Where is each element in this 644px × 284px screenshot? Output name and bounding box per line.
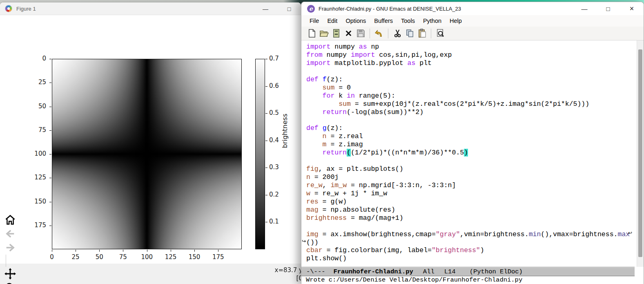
code-line[interactable]: res = g(w) bbox=[306, 198, 630, 206]
code-line[interactable] bbox=[306, 116, 630, 124]
y-tick-label: 75 bbox=[24, 126, 46, 134]
menu-item-edit[interactable]: Edit bbox=[323, 16, 341, 25]
menu-item-python[interactable]: Python bbox=[419, 16, 446, 25]
y-tick-mark bbox=[49, 107, 51, 107]
heatmap-canvas[interactable] bbox=[52, 59, 241, 249]
code-line[interactable]: return((1/2*pi)*((n*n*m*m)/36)**0.5) bbox=[306, 149, 630, 157]
colorbar-tick-label: 0.6 bbox=[269, 82, 279, 89]
copy-icon[interactable] bbox=[403, 28, 416, 39]
toolbar-separator bbox=[370, 29, 370, 38]
code-line[interactable]: plt.show() bbox=[306, 255, 630, 263]
figure-canvas-area: brightness 02550751001251501750255075100… bbox=[0, 16, 301, 264]
emacs-minimize-button[interactable]: — bbox=[573, 2, 596, 15]
colorbar bbox=[255, 59, 265, 249]
x-tick-mark bbox=[123, 250, 123, 252]
emacs-toolbar bbox=[301, 27, 644, 40]
x-tick-mark bbox=[99, 250, 100, 252]
code-line[interactable]: for k in range(5): bbox=[306, 92, 630, 100]
code-line[interactable]: import numpy as np bbox=[306, 43, 630, 51]
code-line[interactable] bbox=[306, 67, 630, 76]
code-line[interactable]: sum = 0 bbox=[306, 84, 630, 92]
code-line[interactable]: re_w, im_w = np.mgrid[-3:3:n, -3:3:n] bbox=[306, 181, 630, 190]
emacs-close-button[interactable]: × bbox=[620, 2, 644, 15]
code-line[interactable]: cbar = fig.colorbar(img, label="brightne… bbox=[306, 246, 630, 255]
x-tick-label: 125 bbox=[165, 253, 176, 261]
code-line[interactable]: import matplotlib.pyplot as plt bbox=[306, 59, 630, 67]
y-tick-mark bbox=[49, 226, 51, 226]
emacs-buffer-area[interactable]: import numpy as npfrom numpy import cos,… bbox=[301, 40, 635, 267]
y-tick-label: 0 bbox=[24, 55, 46, 62]
cut-icon[interactable] bbox=[391, 28, 403, 39]
menu-item-file[interactable]: File bbox=[305, 16, 323, 25]
code-line[interactable] bbox=[306, 157, 630, 165]
mode-line-buffer-name: Fraunhofer-Chladni.py bbox=[334, 268, 413, 275]
x-tick-label: 0 bbox=[46, 253, 58, 261]
colorbar-tick-label: 0.7 bbox=[269, 55, 279, 62]
colorbar-label: brightness bbox=[281, 114, 289, 148]
figure-minimize-button[interactable]: — bbox=[254, 2, 277, 15]
x-tick-label: 150 bbox=[189, 253, 200, 261]
dired-icon[interactable] bbox=[330, 28, 342, 39]
pan-icon[interactable] bbox=[3, 267, 17, 281]
code-line[interactable]: mag = np.absolute(res) bbox=[306, 206, 630, 214]
colorbar-tick-label: 0.4 bbox=[269, 136, 279, 144]
matplotlib-logo-icon bbox=[5, 5, 12, 12]
y-tick-label: 175 bbox=[24, 221, 46, 229]
toolbar-separator bbox=[431, 29, 431, 38]
new-file-icon[interactable] bbox=[305, 28, 318, 39]
figure-titlebar[interactable]: Figure 1 — □ bbox=[0, 2, 301, 15]
forward-icon[interactable] bbox=[3, 241, 17, 255]
code-line[interactable]: def f(z): bbox=[306, 76, 630, 84]
emacs-titlebar[interactable]: e Fraunhofer-Chladni.py - GNU Emacs at D… bbox=[301, 2, 644, 15]
emacs-maximize-button[interactable]: □ bbox=[596, 2, 620, 15]
mode-line-line-number: L14 bbox=[444, 268, 456, 275]
code-line[interactable]: return(-log(abs(sum))**2) bbox=[306, 108, 630, 116]
open-file-icon[interactable] bbox=[318, 28, 330, 39]
emacs-echo-area[interactable]: Wrote c:/Users/Denise Vella/Desktop/Frau… bbox=[301, 276, 644, 284]
x-tick-label: 50 bbox=[94, 253, 105, 261]
undo-icon[interactable] bbox=[373, 28, 385, 39]
emacs-mode-line[interactable]: -\--- Fraunhofer-Chladni.py All L14 (Pyt… bbox=[301, 267, 635, 276]
paste-icon[interactable] bbox=[416, 28, 428, 39]
code-line[interactable]: def g(z): bbox=[306, 124, 630, 132]
cursor-position-status: x=83.7 y [0 bbox=[250, 266, 303, 282]
code-line[interactable] bbox=[306, 222, 630, 230]
x-tick-mark bbox=[76, 250, 76, 252]
back-icon[interactable] bbox=[3, 227, 17, 241]
code-line[interactable]: img = ax.imshow(brightness,cmap="gray",v… bbox=[306, 230, 630, 239]
y-tick-mark bbox=[49, 59, 51, 59]
code-line[interactable]: fig, ax = plt.subplots() bbox=[306, 165, 630, 173]
code-line[interactable]: n = z.real bbox=[306, 132, 630, 141]
scrollbar-thumb[interactable] bbox=[638, 49, 642, 257]
y-tick-label: 150 bbox=[24, 198, 46, 205]
y-tick-mark bbox=[49, 83, 51, 83]
save-buffer-icon[interactable] bbox=[354, 28, 367, 39]
code-line[interactable]: from numpy import cos,sin,pi,log,exp bbox=[306, 51, 630, 59]
emacs-scrollbar[interactable] bbox=[637, 40, 644, 267]
menu-item-tools[interactable]: Tools bbox=[397, 16, 419, 25]
figure-maximize-button[interactable]: □ bbox=[277, 2, 301, 15]
line-wrap-right-icon: ↩ bbox=[628, 230, 632, 236]
figure-toolbar: x=83.7 y [0 bbox=[0, 264, 301, 284]
emacs-logo-icon: e bbox=[307, 5, 315, 13]
code-line[interactable]: sum = sum+exp(10j*(z.real*cos(2*pi*k/5)+… bbox=[306, 100, 630, 108]
x-tick-mark bbox=[52, 250, 52, 252]
mode-line-position: All bbox=[423, 268, 435, 275]
code-line[interactable]: m = z.imag bbox=[306, 141, 630, 149]
code-line[interactable]: n = 200j bbox=[306, 173, 630, 181]
menu-item-buffers[interactable]: Buffers bbox=[370, 16, 397, 25]
home-icon[interactable] bbox=[3, 213, 17, 227]
heatmap-plot[interactable] bbox=[52, 59, 242, 249]
colorbar-tick-mark bbox=[265, 59, 267, 59]
close-buffer-icon[interactable] bbox=[342, 28, 354, 39]
y-tick-mark bbox=[49, 130, 51, 131]
code-line[interactable]: brightness = mag/(mag+1) bbox=[306, 214, 630, 222]
code-line[interactable]: w = re_w + 1j * im_w bbox=[306, 190, 630, 198]
zoom-icon[interactable] bbox=[3, 281, 17, 284]
menu-item-help[interactable]: Help bbox=[446, 16, 466, 25]
x-tick-label: 175 bbox=[212, 253, 224, 261]
menu-item-options[interactable]: Options bbox=[341, 16, 370, 25]
isearch-icon[interactable] bbox=[434, 28, 446, 39]
code-line[interactable]: ()) bbox=[306, 239, 630, 247]
x-tick-label: 75 bbox=[117, 253, 129, 261]
